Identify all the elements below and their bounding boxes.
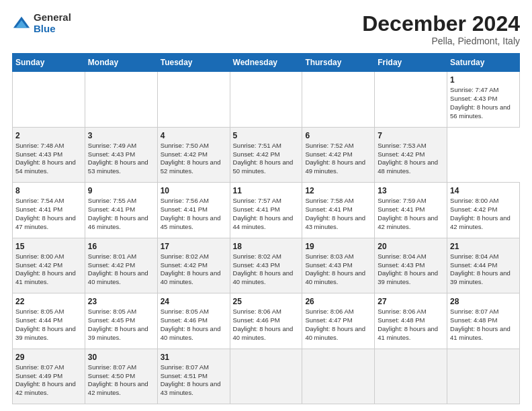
header-cell-saturday: Saturday [447, 54, 520, 72]
sunset-text: Sunset: 4:41 PM [88, 205, 135, 213]
day-number: 16 [88, 241, 154, 252]
calendar-cell: 23Sunrise: 8:05 AMSunset: 4:45 PMDayligh… [85, 293, 157, 349]
daylight-text: Daylight: 8 hours and 50 minutes. [233, 158, 294, 175]
subtitle: Pella, Piedmont, Italy [362, 36, 520, 46]
daylight-text: Daylight: 8 hours and 43 minutes. [161, 380, 221, 396]
calendar-cell: 5Sunrise: 7:51 AMSunset: 4:42 PMDaylight… [230, 127, 302, 182]
daylight-text: Daylight: 8 hours and 42 minutes. [15, 380, 76, 396]
day-number: 28 [450, 296, 517, 307]
daylight-text: Daylight: 8 hours and 46 minutes. [88, 214, 148, 230]
calendar-cell [447, 349, 520, 404]
daylight-text: Daylight: 8 hours and 41 minutes. [378, 325, 438, 341]
day-number: 22 [15, 296, 82, 307]
daylight-text: Daylight: 8 hours and 39 minutes. [378, 269, 438, 285]
daylight-text: Daylight: 8 hours and 56 minutes. [450, 103, 511, 120]
calendar-cell [375, 349, 447, 404]
week-row: 2Sunrise: 7:48 AMSunset: 4:43 PMDaylight… [13, 127, 520, 182]
day-number: 21 [450, 241, 517, 252]
sunset-text: Sunset: 4:42 PM [305, 150, 352, 158]
sunrise-text: Sunrise: 7:58 AM [305, 197, 353, 204]
daylight-text: Daylight: 8 hours and 40 minutes. [233, 269, 294, 285]
logo-blue-text: Blue [34, 24, 71, 35]
sunset-text: Sunset: 4:41 PM [161, 205, 208, 213]
header-cell-tuesday: Tuesday [157, 54, 230, 72]
day-number: 23 [88, 296, 154, 307]
week-row: 29Sunrise: 8:07 AMSunset: 4:49 PMDayligh… [13, 349, 520, 404]
daylight-text: Daylight: 8 hours and 42 minutes. [378, 214, 438, 230]
calendar-cell: 17Sunrise: 8:02 AMSunset: 4:42 PMDayligh… [157, 238, 230, 293]
daylight-text: Daylight: 8 hours and 41 minutes. [450, 325, 511, 341]
daylight-text: Daylight: 8 hours and 39 minutes. [88, 325, 148, 341]
sunrise-text: Sunrise: 7:50 AM [161, 142, 209, 149]
sunset-text: Sunset: 4:42 PM [233, 150, 280, 158]
sunrise-text: Sunrise: 8:06 AM [305, 308, 353, 315]
sunrise-text: Sunrise: 7:56 AM [161, 197, 209, 204]
daylight-text: Daylight: 8 hours and 48 minutes. [378, 158, 438, 175]
day-number: 18 [233, 241, 300, 252]
daylight-text: Daylight: 8 hours and 43 minutes. [305, 214, 365, 230]
day-number: 10 [161, 185, 227, 196]
calendar-cell [302, 72, 375, 127]
sunrise-text: Sunrise: 7:57 AM [233, 197, 281, 204]
calendar-cell: 20Sunrise: 8:04 AMSunset: 4:43 PMDayligh… [375, 238, 447, 293]
week-row: 22Sunrise: 8:05 AMSunset: 4:44 PMDayligh… [13, 293, 520, 349]
calendar-table: SundayMondayTuesdayWednesdayThursdayFrid… [12, 53, 520, 404]
daylight-text: Daylight: 8 hours and 39 minutes. [15, 325, 76, 341]
sunset-text: Sunset: 4:51 PM [161, 372, 208, 379]
day-number: 5 [233, 130, 300, 141]
sunrise-text: Sunrise: 8:07 AM [161, 363, 209, 371]
day-number: 4 [161, 130, 227, 141]
daylight-text: Daylight: 8 hours and 47 minutes. [15, 214, 76, 230]
calendar-cell: 12Sunrise: 7:58 AMSunset: 4:41 PMDayligh… [302, 183, 375, 238]
calendar-cell: 24Sunrise: 8:05 AMSunset: 4:46 PMDayligh… [157, 293, 230, 349]
day-number: 9 [88, 185, 154, 196]
calendar-cell: 11Sunrise: 7:57 AMSunset: 4:41 PMDayligh… [230, 183, 302, 238]
sunrise-text: Sunrise: 8:07 AM [15, 363, 64, 371]
sunrise-text: Sunrise: 7:55 AM [88, 197, 136, 204]
calendar-cell: 2Sunrise: 7:48 AMSunset: 4:43 PMDaylight… [13, 127, 85, 182]
sunrise-text: Sunrise: 7:59 AM [378, 197, 426, 204]
day-number: 31 [161, 352, 227, 363]
daylight-text: Daylight: 8 hours and 40 minutes. [233, 325, 294, 341]
sunset-text: Sunset: 4:42 PM [15, 261, 62, 269]
day-number: 24 [161, 296, 227, 307]
calendar-cell [157, 72, 230, 127]
daylight-text: Daylight: 8 hours and 52 minutes. [161, 158, 221, 175]
day-number: 6 [305, 130, 371, 141]
day-number: 13 [378, 185, 444, 196]
calendar-cell: 31Sunrise: 8:07 AMSunset: 4:51 PMDayligh… [157, 349, 230, 404]
calendar-cell: 3Sunrise: 7:49 AMSunset: 4:43 PMDaylight… [85, 127, 157, 182]
sunrise-text: Sunrise: 7:51 AM [233, 142, 281, 149]
day-number: 19 [305, 241, 371, 252]
daylight-text: Daylight: 8 hours and 40 minutes. [305, 269, 365, 285]
calendar-cell: 1Sunrise: 7:47 AMSunset: 4:43 PMDaylight… [447, 72, 520, 127]
week-row: 15Sunrise: 8:00 AMSunset: 4:42 PMDayligh… [13, 238, 520, 293]
calendar-cell: 16Sunrise: 8:01 AMSunset: 4:42 PMDayligh… [85, 238, 157, 293]
day-number: 8 [15, 185, 82, 196]
sunset-text: Sunset: 4:41 PM [233, 205, 280, 213]
sunset-text: Sunset: 4:42 PM [378, 150, 425, 158]
sunrise-text: Sunrise: 8:00 AM [15, 253, 64, 260]
day-number: 15 [15, 241, 82, 252]
header-row: SundayMondayTuesdayWednesdayThursdayFrid… [13, 54, 520, 72]
calendar-cell: 6Sunrise: 7:52 AMSunset: 4:42 PMDaylight… [302, 127, 375, 182]
sunset-text: Sunset: 4:43 PM [15, 150, 62, 158]
sunrise-text: Sunrise: 8:00 AM [450, 197, 498, 204]
logo-text: General Blue [34, 12, 71, 34]
sunrise-text: Sunrise: 8:05 AM [15, 308, 64, 315]
calendar-cell: 7Sunrise: 7:53 AMSunset: 4:42 PMDaylight… [375, 127, 447, 182]
sunrise-text: Sunrise: 8:04 AM [450, 253, 498, 260]
sunrise-text: Sunrise: 7:53 AM [378, 142, 426, 149]
sunset-text: Sunset: 4:48 PM [378, 316, 425, 324]
calendar-cell: 8Sunrise: 7:54 AMSunset: 4:41 PMDaylight… [13, 183, 85, 238]
sunset-text: Sunset: 4:50 PM [88, 372, 135, 379]
sunset-text: Sunset: 4:43 PM [450, 95, 497, 102]
header-cell-sunday: Sunday [13, 54, 85, 72]
day-number: 30 [88, 352, 154, 363]
day-number: 3 [88, 130, 154, 141]
calendar-cell: 13Sunrise: 7:59 AMSunset: 4:41 PMDayligh… [375, 183, 447, 238]
sunrise-text: Sunrise: 8:02 AM [233, 253, 281, 260]
calendar-cell [302, 349, 375, 404]
header-cell-friday: Friday [375, 54, 447, 72]
sunset-text: Sunset: 4:43 PM [233, 261, 280, 269]
